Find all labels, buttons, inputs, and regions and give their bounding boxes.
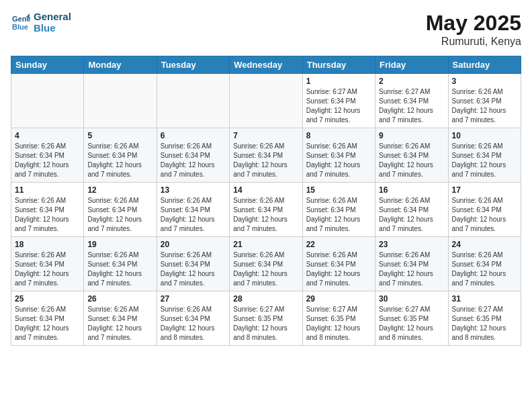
day-info: Sunrise: 6:26 AM Sunset: 6:34 PM Dayligh… [379, 250, 444, 288]
day-number: 24 [452, 240, 517, 249]
day-info: Sunrise: 6:27 AM Sunset: 6:35 PM Dayligh… [233, 305, 298, 342]
calendar-cell: 26Sunrise: 6:26 AM Sunset: 6:34 PM Dayli… [84, 291, 157, 346]
day-number: 12 [87, 185, 152, 195]
day-number: 25 [15, 294, 80, 304]
calendar-cell: 23Sunrise: 6:26 AM Sunset: 6:34 PM Dayli… [375, 237, 448, 291]
svg-text:Blue: Blue [12, 23, 28, 31]
calendar-cell: 14Sunrise: 6:26 AM Sunset: 6:34 PM Dayli… [230, 183, 302, 237]
logo-icon: General Blue [11, 12, 31, 32]
calendar-cell: 20Sunrise: 6:26 AM Sunset: 6:34 PM Dayli… [157, 237, 229, 291]
day-number: 28 [233, 294, 298, 304]
day-info: Sunrise: 6:26 AM Sunset: 6:34 PM Dayligh… [15, 305, 80, 342]
day-info: Sunrise: 6:26 AM Sunset: 6:34 PM Dayligh… [452, 87, 517, 125]
calendar-cell: 28Sunrise: 6:27 AM Sunset: 6:35 PM Dayli… [230, 291, 302, 346]
day-header-thursday: Thursday [302, 56, 375, 74]
day-number: 19 [87, 240, 152, 249]
day-number: 4 [15, 131, 80, 140]
day-number: 30 [379, 294, 444, 304]
day-info: Sunrise: 6:26 AM Sunset: 6:34 PM Dayligh… [87, 250, 152, 288]
day-number: 13 [161, 185, 226, 195]
day-number: 29 [306, 294, 371, 304]
calendar-cell: 5Sunrise: 6:26 AM Sunset: 6:34 PM Daylig… [84, 128, 157, 183]
day-info: Sunrise: 6:26 AM Sunset: 6:34 PM Dayligh… [379, 142, 444, 179]
day-number: 21 [233, 240, 298, 249]
day-number: 16 [379, 185, 444, 195]
day-number: 23 [379, 240, 444, 249]
calendar-cell: 30Sunrise: 6:27 AM Sunset: 6:35 PM Dayli… [375, 291, 448, 346]
calendar-cell: 1Sunrise: 6:27 AM Sunset: 6:34 PM Daylig… [302, 74, 375, 128]
day-info: Sunrise: 6:26 AM Sunset: 6:34 PM Dayligh… [233, 250, 298, 288]
day-number: 18 [15, 240, 80, 249]
calendar-cell: 29Sunrise: 6:27 AM Sunset: 6:35 PM Dayli… [302, 291, 375, 346]
day-number: 3 [452, 77, 517, 86]
days-header-row: SundayMondayTuesdayWednesdayThursdayFrid… [11, 56, 521, 74]
day-info: Sunrise: 6:26 AM Sunset: 6:34 PM Dayligh… [161, 142, 226, 179]
day-number: 20 [161, 240, 226, 249]
day-info: Sunrise: 6:26 AM Sunset: 6:34 PM Dayligh… [306, 196, 371, 234]
title-block: May 2025 Rumuruti, Kenya [426, 11, 521, 48]
day-info: Sunrise: 6:26 AM Sunset: 6:34 PM Dayligh… [15, 142, 80, 179]
calendar-cell: 25Sunrise: 6:26 AM Sunset: 6:34 PM Dayli… [11, 291, 84, 346]
calendar-cell: 9Sunrise: 6:26 AM Sunset: 6:34 PM Daylig… [375, 128, 448, 183]
day-info: Sunrise: 6:26 AM Sunset: 6:34 PM Dayligh… [15, 196, 80, 234]
day-number: 6 [161, 131, 226, 140]
calendar-week-row: 11Sunrise: 6:26 AM Sunset: 6:34 PM Dayli… [11, 183, 521, 237]
day-header-friday: Friday [375, 56, 448, 74]
day-info: Sunrise: 6:27 AM Sunset: 6:35 PM Dayligh… [452, 305, 517, 342]
day-number: 2 [379, 77, 444, 86]
day-number: 11 [15, 185, 80, 195]
calendar-location: Rumuruti, Kenya [426, 36, 521, 48]
header: General Blue General Blue May 2025 Rumur… [11, 11, 521, 48]
calendar-page: General Blue General Blue May 2025 Rumur… [0, 0, 532, 411]
calendar-table: SundayMondayTuesdayWednesdayThursdayFrid… [11, 56, 521, 346]
day-number: 31 [452, 294, 517, 304]
day-number: 26 [87, 294, 152, 304]
calendar-week-row: 25Sunrise: 6:26 AM Sunset: 6:34 PM Dayli… [11, 291, 521, 346]
calendar-cell: 22Sunrise: 6:26 AM Sunset: 6:34 PM Dayli… [302, 237, 375, 291]
calendar-cell: 16Sunrise: 6:26 AM Sunset: 6:34 PM Dayli… [375, 183, 448, 237]
logo-general: General [34, 11, 71, 22]
day-number: 1 [306, 77, 371, 86]
day-number: 8 [306, 131, 371, 140]
day-number: 17 [452, 185, 517, 195]
calendar-cell: 15Sunrise: 6:26 AM Sunset: 6:34 PM Dayli… [302, 183, 375, 237]
calendar-cell [84, 74, 157, 128]
calendar-cell: 6Sunrise: 6:26 AM Sunset: 6:34 PM Daylig… [157, 128, 229, 183]
day-number: 10 [452, 131, 517, 140]
day-info: Sunrise: 6:26 AM Sunset: 6:34 PM Dayligh… [233, 142, 298, 179]
day-info: Sunrise: 6:26 AM Sunset: 6:34 PM Dayligh… [452, 196, 517, 234]
day-header-tuesday: Tuesday [157, 56, 229, 74]
day-info: Sunrise: 6:26 AM Sunset: 6:34 PM Dayligh… [87, 196, 152, 234]
day-info: Sunrise: 6:26 AM Sunset: 6:34 PM Dayligh… [15, 250, 80, 288]
calendar-cell: 10Sunrise: 6:26 AM Sunset: 6:34 PM Dayli… [448, 128, 521, 183]
day-number: 15 [306, 185, 371, 195]
day-number: 7 [233, 131, 298, 140]
calendar-cell: 27Sunrise: 6:26 AM Sunset: 6:34 PM Dayli… [157, 291, 229, 346]
day-number: 5 [87, 131, 152, 140]
day-info: Sunrise: 6:27 AM Sunset: 6:34 PM Dayligh… [306, 87, 371, 125]
calendar-cell: 19Sunrise: 6:26 AM Sunset: 6:34 PM Dayli… [84, 237, 157, 291]
day-info: Sunrise: 6:26 AM Sunset: 6:34 PM Dayligh… [306, 250, 371, 288]
day-info: Sunrise: 6:26 AM Sunset: 6:34 PM Dayligh… [161, 196, 226, 234]
day-number: 14 [233, 185, 298, 195]
calendar-cell: 11Sunrise: 6:26 AM Sunset: 6:34 PM Dayli… [11, 183, 84, 237]
calendar-week-row: 1Sunrise: 6:27 AM Sunset: 6:34 PM Daylig… [11, 74, 521, 128]
day-info: Sunrise: 6:27 AM Sunset: 6:35 PM Dayligh… [379, 305, 444, 342]
calendar-title: May 2025 [426, 11, 521, 36]
calendar-cell: 24Sunrise: 6:26 AM Sunset: 6:34 PM Dayli… [448, 237, 521, 291]
day-header-monday: Monday [84, 56, 157, 74]
calendar-cell [11, 74, 84, 128]
calendar-cell: 18Sunrise: 6:26 AM Sunset: 6:34 PM Dayli… [11, 237, 84, 291]
calendar-week-row: 4Sunrise: 6:26 AM Sunset: 6:34 PM Daylig… [11, 128, 521, 183]
day-info: Sunrise: 6:26 AM Sunset: 6:34 PM Dayligh… [452, 250, 517, 288]
calendar-cell: 3Sunrise: 6:26 AM Sunset: 6:34 PM Daylig… [448, 74, 521, 128]
calendar-cell: 12Sunrise: 6:26 AM Sunset: 6:34 PM Dayli… [84, 183, 157, 237]
day-info: Sunrise: 6:26 AM Sunset: 6:34 PM Dayligh… [452, 142, 517, 179]
calendar-cell: 7Sunrise: 6:26 AM Sunset: 6:34 PM Daylig… [230, 128, 302, 183]
calendar-cell: 13Sunrise: 6:26 AM Sunset: 6:34 PM Dayli… [157, 183, 229, 237]
calendar-cell: 4Sunrise: 6:26 AM Sunset: 6:34 PM Daylig… [11, 128, 84, 183]
logo-blue: Blue [34, 22, 71, 34]
day-header-wednesday: Wednesday [230, 56, 302, 74]
calendar-week-row: 18Sunrise: 6:26 AM Sunset: 6:34 PM Dayli… [11, 237, 521, 291]
day-number: 27 [161, 294, 226, 304]
